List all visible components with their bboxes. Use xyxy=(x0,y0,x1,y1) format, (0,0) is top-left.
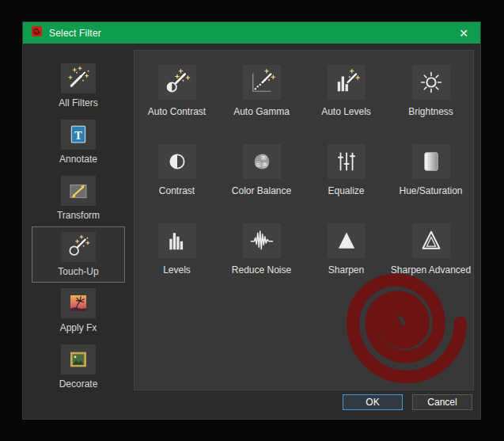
auto-levels-icon xyxy=(331,68,362,97)
filter-sharpen[interactable]: Sharpen xyxy=(304,217,388,296)
sidebar-item-tile xyxy=(61,344,96,374)
sharpen-icon xyxy=(331,226,362,255)
sidebar-item-tile xyxy=(61,288,96,318)
filter-item-label: Auto Gamma xyxy=(233,106,290,117)
filter-auto-contrast[interactable]: Auto Contrast xyxy=(135,59,219,138)
filter-item-tile xyxy=(328,144,366,179)
filter-auto-gamma[interactable]: Auto Gamma xyxy=(219,59,304,138)
filter-item-tile xyxy=(158,223,196,258)
sidebar-item-label: Apply Fx xyxy=(60,322,97,333)
filter-item-label: Levels xyxy=(163,264,191,276)
sidebar-item-decorate[interactable]: Decorate xyxy=(32,339,125,395)
sidebar-item-label: All Filters xyxy=(59,97,97,108)
annotate-icon: T xyxy=(64,122,93,147)
filter-item-tile: RGB xyxy=(243,144,281,179)
svg-text:T: T xyxy=(74,129,82,142)
sidebar-item-label: Annotate xyxy=(59,154,97,165)
svg-text:G: G xyxy=(256,162,260,167)
filter-item-tile xyxy=(412,223,450,258)
filter-item-tile xyxy=(328,65,366,100)
sidebar-item-tile xyxy=(61,176,96,206)
filter-reduce-noise[interactable]: Reduce Noise xyxy=(219,217,304,296)
filter-item-tile xyxy=(328,223,366,258)
filter-item-tile xyxy=(243,223,281,258)
filter-item-tile xyxy=(412,65,450,100)
sidebar-item-label: Touch-Up xyxy=(58,266,98,277)
filter-equalize[interactable]: Equalize xyxy=(304,138,388,217)
filter-item-label: Sharpen xyxy=(328,264,364,276)
auto-contrast-icon xyxy=(161,68,193,97)
magic-wand-icon xyxy=(64,66,93,91)
sidebar-item-all-filters[interactable]: All Filters xyxy=(32,58,125,114)
apply-fx-icon xyxy=(64,291,93,316)
sidebar-item-label: Transform xyxy=(57,210,100,221)
sidebar-item-tile: T xyxy=(61,120,96,150)
filter-grid: Auto Contrast Auto Gamma Auto Levels Bri… xyxy=(135,51,473,296)
select-filter-dialog: Select Filter ✕ All Filters T Annotate T… xyxy=(22,21,481,420)
filter-item-label: Brightness xyxy=(408,106,453,117)
filter-levels[interactable]: Levels xyxy=(135,217,219,296)
equalize-icon xyxy=(331,147,362,176)
category-sidebar: All Filters T Annotate Transform Touch-U… xyxy=(23,48,134,395)
filter-item-tile xyxy=(243,65,281,100)
filter-brightness[interactable]: Brightness xyxy=(388,59,473,138)
hue-saturation-icon xyxy=(415,147,447,176)
filter-item-tile xyxy=(158,65,196,100)
window-title: Select Filter xyxy=(49,28,101,39)
sidebar-item-label: Decorate xyxy=(59,378,98,390)
touch-up-icon xyxy=(64,234,93,260)
levels-icon xyxy=(161,226,193,255)
filter-color-balance[interactable]: RGB Color Balance xyxy=(219,138,304,217)
filter-item-label: Color Balance xyxy=(232,185,291,196)
close-icon[interactable]: ✕ xyxy=(455,26,472,40)
sidebar-item-apply-fx[interactable]: Apply Fx xyxy=(32,283,125,339)
filter-item-tile xyxy=(412,144,450,179)
filter-hue-saturation[interactable]: Hue/Saturation xyxy=(388,138,473,217)
color-balance-icon: RGB xyxy=(246,147,278,176)
brightness-icon xyxy=(415,68,447,97)
sidebar-item-touch-up[interactable]: Touch-Up xyxy=(32,226,125,283)
sidebar-item-tile xyxy=(61,232,96,262)
filter-item-label: Contrast xyxy=(159,185,195,196)
contrast-icon xyxy=(161,147,193,176)
filter-grid-panel: Auto Contrast Auto Gamma Auto Levels Bri… xyxy=(134,50,474,390)
filter-item-label: Reduce Noise xyxy=(232,264,291,276)
ok-button[interactable]: OK xyxy=(343,394,403,410)
sidebar-item-tile xyxy=(61,63,96,93)
filter-auto-levels[interactable]: Auto Levels xyxy=(304,59,388,138)
sidebar-item-transform[interactable]: Transform xyxy=(32,170,125,226)
filter-item-label: Equalize xyxy=(328,185,364,196)
dialog-body: All Filters T Annotate Transform Touch-U… xyxy=(23,44,480,419)
filter-contrast[interactable]: Contrast xyxy=(135,138,219,217)
svg-text:R: R xyxy=(262,155,265,160)
app-logo-icon xyxy=(31,25,43,40)
filter-item-label: Sharpen Advanced xyxy=(391,264,471,276)
cancel-button[interactable]: Cancel xyxy=(412,394,472,410)
transform-icon xyxy=(64,178,93,203)
titlebar: Select Filter ✕ xyxy=(23,22,480,44)
filter-sharpen-advanced[interactable]: Sharpen Advanced xyxy=(388,217,473,296)
decorate-icon xyxy=(64,347,93,372)
sidebar-item-annotate[interactable]: T Annotate xyxy=(32,114,125,170)
reduce-noise-icon xyxy=(246,226,278,255)
dialog-button-row: OK Cancel xyxy=(343,394,472,410)
filter-item-label: Auto Contrast xyxy=(148,106,206,117)
sharpen-advanced-icon xyxy=(415,226,447,255)
filter-item-tile xyxy=(158,144,196,179)
svg-text:B: B xyxy=(263,162,266,167)
filter-item-label: Auto Levels xyxy=(321,106,371,117)
auto-gamma-icon xyxy=(246,68,278,97)
filter-item-label: Hue/Saturation xyxy=(399,185,462,196)
